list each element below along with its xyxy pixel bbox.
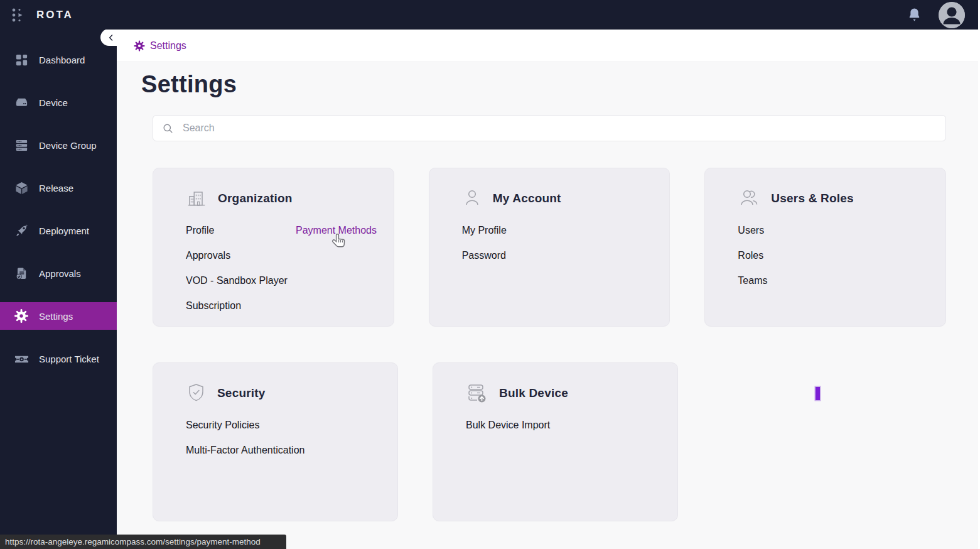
link-payment-methods[interactable]: Payment Methods (296, 225, 377, 236)
link-multi-factor-authentication[interactable]: Multi-Factor Authentication (186, 445, 304, 456)
device-group-icon (13, 138, 30, 153)
user-avatar[interactable] (939, 2, 965, 28)
link-profile[interactable]: Profile (186, 225, 214, 236)
sidebar-item-device[interactable]: Device (0, 89, 117, 116)
link-approvals[interactable]: Approvals (186, 250, 230, 261)
sidebar-item-dashboard[interactable]: Dashboard (0, 46, 117, 73)
link-roles[interactable]: Roles (738, 250, 763, 261)
text-caret (816, 387, 820, 400)
link-my-profile[interactable]: My Profile (462, 225, 507, 236)
app-logo-icon (11, 7, 26, 23)
sidebar-item-label: Dashboard (39, 55, 85, 65)
sidebar-item-support-ticket[interactable]: Support Ticket (0, 345, 117, 372)
search-input[interactable] (183, 122, 937, 134)
bulk-device-server-import-icon (466, 383, 488, 404)
organization-building-icon (186, 188, 207, 209)
sidebar-item-label: Support Ticket (39, 354, 99, 364)
release-cube-icon (13, 180, 30, 195)
main-content: Settings (117, 62, 980, 549)
top-bar: ROTA (0, 0, 980, 30)
page-title: Settings (141, 71, 946, 98)
settings-gear-icon (13, 308, 30, 323)
app-window: ROTA D (0, 0, 980, 549)
sidebar-item-device-group[interactable]: Device Group (0, 131, 117, 159)
link-bulk-device-import[interactable]: Bulk Device Import (466, 420, 550, 431)
link-teams[interactable]: Teams (738, 275, 767, 286)
chevron-left-icon (107, 33, 116, 42)
sidebar-item-label: Approvals (39, 268, 81, 279)
shield-check-icon (186, 383, 207, 404)
card-organization: Organization Profile Payment Methods App… (153, 168, 394, 327)
card-title: Bulk Device (499, 386, 568, 400)
link-preview-url: https://rota-angeleye.regamicompass.com/… (5, 537, 261, 546)
sidebar-item-label: Device Group (39, 140, 97, 151)
card-my-account: My Account My Profile Password (429, 168, 670, 327)
card-title: Security (217, 386, 266, 400)
link-password[interactable]: Password (462, 250, 506, 261)
device-icon (13, 95, 30, 110)
link-vod-sandbox-player[interactable]: VOD - Sandbox Player (186, 275, 288, 286)
sidebar-item-release[interactable]: Release (0, 174, 117, 202)
search-bar[interactable] (153, 115, 946, 141)
card-users-roles: Users & Roles Users Roles Teams (704, 168, 946, 327)
card-security: Security Security Policies Multi-Factor … (153, 362, 398, 521)
breadcrumb[interactable]: Settings (134, 40, 186, 52)
card-bulk-device: Bulk Device Bulk Device Import (433, 362, 678, 521)
card-title: Users & Roles (771, 192, 853, 205)
card-title: Organization (218, 192, 293, 205)
notifications-bell-icon[interactable] (907, 7, 922, 23)
people-icon (738, 188, 760, 209)
link-preview-statusbar: https://rota-angeleye.regamicompass.com/… (0, 535, 286, 549)
link-subscription[interactable]: Subscription (186, 300, 241, 312)
person-icon (462, 188, 482, 209)
brand-name: ROTA (36, 9, 73, 21)
sidebar: Dashboard Device (0, 30, 117, 549)
link-security-policies[interactable]: Security Policies (186, 420, 259, 431)
settings-gear-icon (134, 40, 145, 52)
sidebar-item-label: Device (39, 97, 68, 108)
dashboard-icon (13, 52, 30, 67)
breadcrumb-bar: Settings (117, 30, 980, 62)
breadcrumb-label: Settings (150, 40, 186, 52)
deployment-rocket-icon (13, 223, 30, 238)
sidebar-item-settings[interactable]: Settings (0, 302, 117, 330)
link-users[interactable]: Users (738, 225, 764, 236)
sidebar-item-approvals[interactable]: Approvals (0, 259, 117, 287)
sidebar-item-label: Release (39, 183, 73, 193)
sidebar-item-label: Settings (39, 311, 73, 322)
card-title: My Account (493, 192, 561, 205)
sidebar-item-label: Deployment (39, 226, 89, 236)
approvals-icon (13, 266, 30, 281)
search-icon (162, 122, 174, 134)
support-ticket-icon (13, 351, 30, 366)
sidebar-item-deployment[interactable]: Deployment (0, 217, 117, 244)
sidebar-collapse-button[interactable] (100, 29, 122, 46)
